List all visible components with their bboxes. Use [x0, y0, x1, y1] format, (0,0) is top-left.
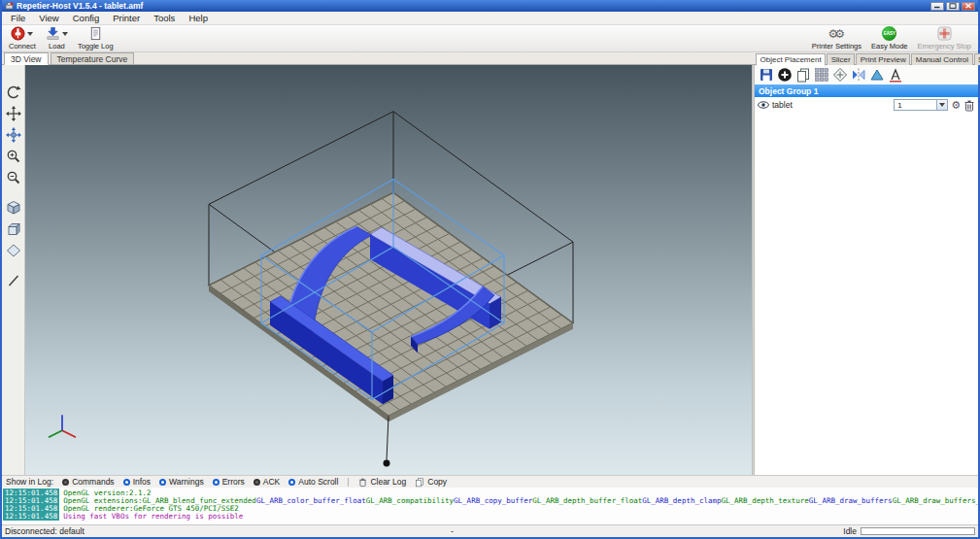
log-text-segment: GL_ARB_draw_buffers [809, 496, 893, 505]
copy-object-icon[interactable] [794, 67, 811, 84]
log-filter-bar: Show in Log: Commands Infos Warnings Err… [2, 475, 978, 488]
view-top-icon[interactable] [4, 241, 23, 260]
status-center-text: - [451, 526, 454, 536]
chip-label: Infos [133, 477, 151, 487]
object-toolbar [755, 65, 978, 84]
copies-dropdown-arrow-icon[interactable] [936, 100, 947, 110]
object-name: tablet [772, 100, 891, 110]
tab-temperature-curve[interactable]: Temperature Curve [51, 52, 135, 64]
measure-object-icon[interactable] [887, 67, 903, 84]
emergency-stop-icon [937, 26, 952, 41]
menu-file[interactable]: File [4, 12, 32, 24]
log-filter-commands[interactable]: Commands [62, 477, 114, 487]
delete-object-icon[interactable] [963, 99, 975, 112]
close-button[interactable] [962, 2, 975, 11]
warnings-icon [159, 479, 166, 486]
easy-mode-button[interactable]: EASY Easy Mode [866, 25, 913, 51]
load-button[interactable]: Load [41, 25, 73, 51]
log-filter-ack[interactable]: ACK [253, 477, 280, 487]
view-iso-icon[interactable] [4, 198, 23, 218]
tab-slicer[interactable]: Slicer [827, 53, 855, 65]
title-bar: Repetier-Host V1.5.4 - tablet.amf [2, 0, 978, 12]
errors-icon [213, 479, 220, 486]
menu-tools[interactable]: Tools [147, 12, 182, 24]
tab-3d-view[interactable]: 3D View [4, 52, 49, 65]
view-tool-strip [2, 65, 25, 475]
move-view-icon[interactable] [4, 104, 23, 123]
load-icon [46, 26, 60, 41]
center-object-icon[interactable] [831, 67, 848, 84]
drop-object-icon[interactable] [868, 67, 885, 84]
log-text-segment: GL_ARB_depth_buffer_float [532, 496, 642, 505]
log-text-segment: GL_ARB_compatibility [366, 496, 454, 505]
show-in-log-label: Show in Log: [6, 477, 53, 487]
main-toolbar: Connect Load Toggle Log ⚙⚙ Printer Setti… [2, 25, 978, 52]
zoom-in-icon[interactable] [4, 147, 23, 166]
print-progress-bar [861, 527, 975, 535]
tab-print-preview[interactable]: Print Preview [856, 53, 910, 65]
chip-label: ACK [263, 477, 280, 487]
add-object-icon[interactable] [776, 67, 793, 84]
rotate-view-icon[interactable] [4, 83, 23, 102]
clear-log-button[interactable]: Clear Log [358, 477, 406, 488]
menu-config[interactable]: Config [66, 12, 106, 24]
mirror-object-icon[interactable] [850, 67, 866, 84]
log-area[interactable]: 12:15:01.458OpenGL version:2.1.212:15:01… [2, 488, 978, 524]
menu-printer[interactable]: Printer [106, 12, 147, 24]
move-object-icon[interactable] [4, 125, 23, 145]
log-text-segment: GL_ARB_depth_texture [722, 496, 809, 505]
status-bar: Disconnected: default - Idle [2, 524, 978, 537]
log-filter-autoscroll[interactable]: Auto Scroll [288, 477, 338, 487]
emergency-stop-button: Emergency Stop [913, 25, 976, 51]
tab-object-placement[interactable]: Object Placement [756, 53, 826, 66]
object-settings-icon[interactable]: ⚙ [951, 99, 961, 111]
log-timestamp: 12:15:01.458 [3, 512, 59, 521]
app-window: Repetier-Host V1.5.4 - tablet.amf File V… [0, 0, 980, 539]
log-filter-warnings[interactable]: Warnings [159, 477, 204, 487]
menu-help[interactable]: Help [182, 12, 215, 24]
maximize-button[interactable] [946, 2, 960, 11]
object-row-tablet[interactable]: tablet 1 ⚙ [755, 97, 978, 113]
log-lines: 12:15:01.458OpenGL version:2.1.212:15:01… [3, 488, 978, 520]
load-label: Load [49, 42, 65, 51]
log-filter-errors[interactable]: Errors [213, 477, 245, 487]
origin-marker [384, 460, 390, 467]
copy-log-button[interactable]: Copy [415, 477, 447, 488]
view-front-icon[interactable] [4, 219, 23, 239]
log-text-segment: GL_ARB_color_buffer_float [256, 496, 366, 505]
connect-icon [11, 26, 25, 41]
object-list-empty-area [755, 113, 978, 475]
emergency-stop-label: Emergency Stop [918, 42, 971, 51]
viewport-3d-scene[interactable] [25, 65, 752, 475]
connect-button[interactable]: Connect [4, 25, 41, 51]
chip-separator [348, 478, 349, 487]
toggle-log-button[interactable]: Toggle Log [73, 25, 118, 51]
chip-label: Copy [427, 477, 447, 487]
viewport-3d[interactable] [25, 65, 752, 475]
right-panel: Object Group 1 tablet 1 ⚙ [755, 65, 978, 475]
zoom-out-icon[interactable] [4, 168, 23, 187]
minimize-button[interactable] [930, 2, 944, 11]
connect-dropdown-icon[interactable] [27, 32, 33, 36]
easy-mode-icon: EASY [882, 26, 896, 41]
object-group-label: Object Group 1 [759, 86, 818, 96]
chip-label: Auto Scroll [298, 477, 338, 487]
log-filter-infos[interactable]: Infos [123, 477, 151, 487]
autoposition-icon[interactable] [813, 67, 829, 84]
printer-settings-label: Printer Settings [812, 42, 862, 51]
measure-slash-icon[interactable] [4, 271, 23, 290]
menu-view[interactable]: View [32, 12, 65, 24]
copies-dropdown[interactable]: 1 [894, 99, 948, 111]
log-text-segment: Using fast VBOs for rendering is possibl… [63, 512, 243, 521]
printer-settings-button[interactable]: ⚙⚙ Printer Settings [807, 25, 866, 51]
tab-manual-control[interactable]: Manual Control [911, 53, 972, 65]
load-dropdown-icon[interactable] [62, 32, 68, 36]
save-object-icon[interactable] [758, 67, 774, 84]
log-text-segment: GL_ARB_draw_buffers_blend [893, 496, 978, 505]
tab-sd-card[interactable]: SD Card [974, 53, 980, 65]
object-group-header[interactable]: Object Group 1 [755, 84, 978, 97]
app-icon [5, 2, 14, 11]
copy-log-icon [415, 477, 424, 488]
log-text-segment: GL_ARB_copy_buffer [454, 496, 532, 505]
visibility-eye-icon[interactable] [758, 100, 769, 110]
